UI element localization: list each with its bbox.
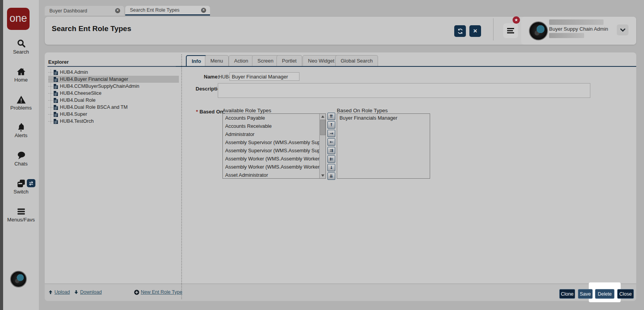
list-item[interactable]: Accounts Receivable	[223, 122, 320, 130]
move-down-button[interactable]: ↓	[327, 164, 335, 171]
refresh-button[interactable]	[454, 25, 466, 37]
tree-item[interactable]: HUB4.TestOrch	[48, 118, 179, 125]
list-item[interactable]: Asset Administrator	[223, 171, 320, 179]
list-item[interactable]: Assembly Supervisor (WMS.Assembly Supe	[223, 146, 320, 155]
one-logo[interactable]: one	[7, 8, 30, 30]
move-all-left-button[interactable]: ⇇	[327, 155, 335, 163]
list-item[interactable]: Assembly Worker (WMS.Assembly Worker)	[223, 155, 320, 163]
tree-item-label: HUB4.CCMBuyerSupplyChainAdmin	[60, 84, 139, 89]
header-menu-button[interactable]	[503, 23, 518, 38]
scroll-up-arrow[interactable]	[320, 114, 326, 119]
move-all-right-button[interactable]: ⇉	[327, 147, 335, 154]
tree-connector	[48, 114, 53, 115]
explorer-divider	[47, 66, 180, 67]
document-icon	[54, 77, 58, 82]
available-role-types-list[interactable]: Accounts Payable Accounts Receivable Adm…	[222, 113, 326, 179]
search-icon	[16, 39, 26, 49]
tab-close-icon[interactable]: ×	[201, 8, 206, 13]
chevron-down-icon	[620, 28, 625, 32]
sidebar-item-home[interactable]: Home	[3, 67, 39, 83]
based-on-role-types-list[interactable]: Buyer Financials Manager	[337, 113, 430, 179]
tree-item-label: HUB4.Buyer Financial Manager	[60, 77, 128, 82]
sidebar-label-alerts: Alerts	[3, 132, 39, 138]
tree-item-label: HUB4.CheeseSlice	[60, 91, 102, 96]
tab-buyer-dashboard[interactable]: Buyer Dashboard ×	[45, 6, 124, 16]
switch-cards-icon	[16, 179, 26, 188]
sidebar-label-chats: Chats	[3, 161, 39, 167]
switch-toggle-badge[interactable]	[27, 179, 35, 187]
available-role-types-header: Available Role Types	[222, 108, 271, 113]
warning-icon	[16, 95, 26, 104]
user-dropdown-button[interactable]	[617, 24, 628, 35]
form-tab-portlet[interactable]: Portlet	[276, 55, 302, 66]
tab-label: Buyer Dashboard	[49, 8, 87, 14]
sidebar-item-chats[interactable]: Chats	[3, 151, 39, 167]
save-button[interactable]: Save	[578, 289, 593, 299]
list-item[interactable]: Assembly Worker (WMS.Assembly Worker)	[223, 163, 320, 171]
tree-item[interactable]: HUB4.Super	[48, 111, 179, 118]
move-left-button[interactable]: ←	[327, 138, 335, 146]
panel-splitter[interactable]	[181, 54, 182, 299]
tab-search-ent-role-types[interactable]: Search Ent Role Types ×	[125, 6, 210, 16]
explorer-title: Explorer	[48, 59, 69, 65]
arrow-up-icon	[48, 290, 53, 294]
move-to-top-button[interactable]: ⇈	[327, 113, 335, 120]
tree-item[interactable]: HUB4.CCMBuyerSupplyChainAdmin	[48, 83, 179, 90]
sidebar-label-home: Home	[3, 77, 39, 83]
sidebar-item-search[interactable]: Search	[3, 39, 39, 55]
list-scrollbar[interactable]	[319, 114, 326, 178]
list-item[interactable]: Buyer Financials Manager	[337, 114, 430, 122]
footer-bar	[45, 284, 636, 301]
based-on-label: Based On:	[200, 109, 225, 115]
redacted-user-text	[549, 33, 584, 38]
document-icon	[54, 98, 58, 103]
close-button[interactable]: Close	[617, 289, 634, 299]
description-input[interactable]	[218, 83, 590, 98]
document-icon	[54, 84, 58, 89]
tree-item[interactable]: HUB4.Dual Role BSCA and TM	[48, 104, 179, 111]
download-link[interactable]: Download	[74, 289, 102, 295]
clone-button[interactable]: Clone	[559, 289, 575, 299]
form-tab-action[interactable]: Action	[229, 55, 254, 66]
move-up-button[interactable]: ↑	[327, 121, 335, 129]
tree-item-label: HUB4.Super	[60, 111, 87, 117]
sidebar-user-avatar[interactable]	[10, 271, 27, 287]
name-input[interactable]	[229, 72, 299, 81]
tree-item[interactable]: HUB4.Dual Role	[48, 97, 179, 104]
form-tab-menu[interactable]: Menu	[205, 55, 229, 66]
hamburger-icon	[507, 28, 514, 34]
tree-item[interactable]: HUB4.Admin	[48, 69, 179, 76]
form-tab-global-search[interactable]: Global Search	[335, 55, 378, 66]
tab-label: Search Ent Role Types	[130, 7, 180, 13]
form-tab-screen[interactable]: Screen	[252, 55, 279, 66]
menu-bars-icon	[16, 207, 26, 216]
form-tab-info[interactable]: Info	[186, 55, 207, 67]
form-tab-neo-widget[interactable]: Neo Widget	[303, 55, 340, 66]
move-right-button[interactable]: →	[327, 130, 335, 137]
close-page-button[interactable]: ×	[469, 25, 481, 37]
list-item[interactable]: Accounts Payable	[223, 114, 320, 122]
plus-circle-icon	[134, 290, 139, 295]
sidebar-item-alerts[interactable]: Alerts	[3, 123, 39, 138]
form-tabs-underline	[176, 66, 636, 67]
scrollbar-thumb[interactable]	[320, 120, 326, 135]
sidebar-item-menus-favs[interactable]: Menus/Favs	[3, 207, 39, 223]
tree-item-label: HUB4.Admin	[60, 70, 88, 75]
new-ent-role-type-link[interactable]: New Ent Role Type	[134, 289, 182, 295]
list-item[interactable]: Assembly Supervisor (WMS.Assembly Supe	[223, 138, 320, 146]
list-item[interactable]: Administrator	[223, 130, 320, 138]
tree-item[interactable]: HUB4.CheeseSlice	[48, 90, 179, 97]
window-edge-strip	[0, 0, 3, 310]
user-role-name: Buyer Suppy Chain Admin	[549, 26, 608, 32]
upload-link[interactable]: Upload	[48, 289, 70, 295]
tree-item-selected[interactable]: HUB4.Buyer Financial Manager	[48, 76, 179, 83]
sidebar-item-problems[interactable]: Problems	[3, 95, 39, 111]
scroll-down-arrow[interactable]	[320, 173, 326, 178]
bell-icon	[16, 123, 26, 132]
tab-close-icon[interactable]: ×	[115, 8, 120, 13]
page-title: Search Ent Role Types	[52, 24, 131, 33]
tree-connector	[48, 86, 53, 87]
header-user-avatar[interactable]	[529, 21, 548, 40]
move-to-bottom-button[interactable]: ⇊	[327, 172, 335, 180]
delete-button[interactable]: Delete	[595, 289, 614, 299]
